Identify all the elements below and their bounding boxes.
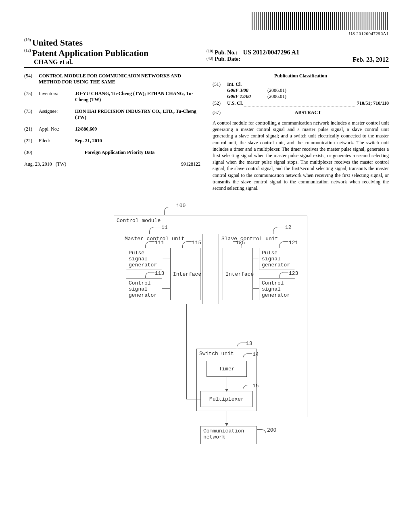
pub-type: Patent Application Publication xyxy=(32,48,148,58)
control-signal-generator-1: Control signal generator xyxy=(129,280,157,298)
slave-control-unit-label: Slave control unit xyxy=(221,236,278,242)
abstract-code: (57) xyxy=(213,110,227,118)
filed-label: Filed: xyxy=(39,138,75,144)
barcode-text: US 20120047296A1 xyxy=(349,31,389,36)
pub-type-code: (12) xyxy=(24,48,31,52)
control-module-label: Control module xyxy=(117,218,161,224)
foreign-num: 99128122 xyxy=(181,161,200,167)
header: (19) United States (12) Patent Applicati… xyxy=(24,37,389,68)
assignee-label: Assignee: xyxy=(39,108,75,121)
assignee: HON HAI PRECISION INDUSTRY CO., LTD., Tu… xyxy=(75,108,196,120)
abstract-text: A control module for controlling a commu… xyxy=(213,120,389,191)
ref-115: 115 xyxy=(192,240,201,246)
pub-date-code: (43) xyxy=(206,56,213,60)
intcl-label: Int. Cl. xyxy=(227,81,389,87)
abstract-label: ABSTRACT xyxy=(227,110,389,116)
interface-2: Interface xyxy=(225,271,254,277)
classification-header: Publication Classification xyxy=(213,73,389,79)
intcl-1-code: G06F 3/00 xyxy=(227,87,267,94)
intcl-code: (51) xyxy=(213,81,227,100)
ref-125: 125 xyxy=(236,240,245,246)
filed: Sep. 21, 2010 xyxy=(75,138,200,144)
dot-leader xyxy=(68,163,179,167)
country-name: United States xyxy=(32,37,83,48)
pub-no-code: (10) xyxy=(206,49,213,53)
inventors-label: Inventors: xyxy=(39,91,75,103)
timer-label: Timer xyxy=(219,366,234,372)
ref-15: 15 xyxy=(252,383,259,389)
ref-100: 100 xyxy=(176,203,186,209)
control-signal-generator-2: Control signal generator xyxy=(262,280,290,298)
ref-12: 12 xyxy=(285,224,292,231)
foreign-header: Foreign Application Priority Data xyxy=(39,150,200,156)
assignee-code: (73) xyxy=(24,108,39,121)
intcl-1-ver: (2006.01) xyxy=(267,87,286,94)
filed-code: (22) xyxy=(24,138,39,144)
applno-label: Appl. No.: xyxy=(39,126,75,132)
foreign-country: (TW) xyxy=(56,161,67,167)
ref-200: 200 xyxy=(267,427,276,433)
ref-11: 11 xyxy=(161,224,168,231)
pulse-signal-generator-1: Pulse signal generator xyxy=(129,250,157,268)
pulse-signal-generator-2: Pulse signal generator xyxy=(262,250,290,268)
uscl-code: (52) xyxy=(213,100,227,106)
interface-1: Interface xyxy=(173,271,201,277)
barcode xyxy=(252,12,389,30)
pub-date: Feb. 23, 2012 xyxy=(353,56,389,63)
applno: 12/886,669 xyxy=(75,126,200,132)
pub-no-label: Pub. No.: xyxy=(215,50,237,56)
pub-no: US 2012/0047296 A1 xyxy=(243,49,300,56)
authors: CHANG et al. xyxy=(24,58,206,66)
multiplexer-label: Multiplexer xyxy=(209,396,244,402)
switch-unit-label: Switch unit xyxy=(199,351,234,357)
patent-title: CONTROL MODULE FOR COMMUNICAION NETWORKS… xyxy=(39,73,200,85)
ref-111: 111 xyxy=(155,240,164,246)
ref-121: 121 xyxy=(289,240,298,246)
figure-diagram: 100 Control module 11 Master control uni… xyxy=(94,204,319,461)
foreign-code: (30) xyxy=(24,150,39,159)
inventors-code: (75) xyxy=(24,91,39,103)
inventors: JO-YU CHANG, Tu-Cheng (TW); ETHAN CHANG,… xyxy=(75,91,193,102)
dot-leader-2 xyxy=(244,102,355,106)
foreign-date: Aug. 23, 2010 xyxy=(24,161,52,167)
uscl-value: 710/51; 710/110 xyxy=(357,100,389,106)
intcl-2-code: G06F 13/00 xyxy=(227,94,267,100)
title-code: (54) xyxy=(24,73,39,85)
pub-date-label: Pub. Date: xyxy=(215,56,240,62)
communication-network-label: Communication network xyxy=(203,428,244,440)
ref-113: 113 xyxy=(155,270,164,276)
ref-14: 14 xyxy=(252,351,259,357)
ref-123: 123 xyxy=(289,270,298,276)
intcl-2-ver: (2006.01) xyxy=(267,94,286,100)
country-code: (19) xyxy=(24,37,31,42)
applno-code: (21) xyxy=(24,126,39,132)
ref-13: 13 xyxy=(246,341,252,347)
uscl-label: U.S. Cl. xyxy=(227,100,243,106)
